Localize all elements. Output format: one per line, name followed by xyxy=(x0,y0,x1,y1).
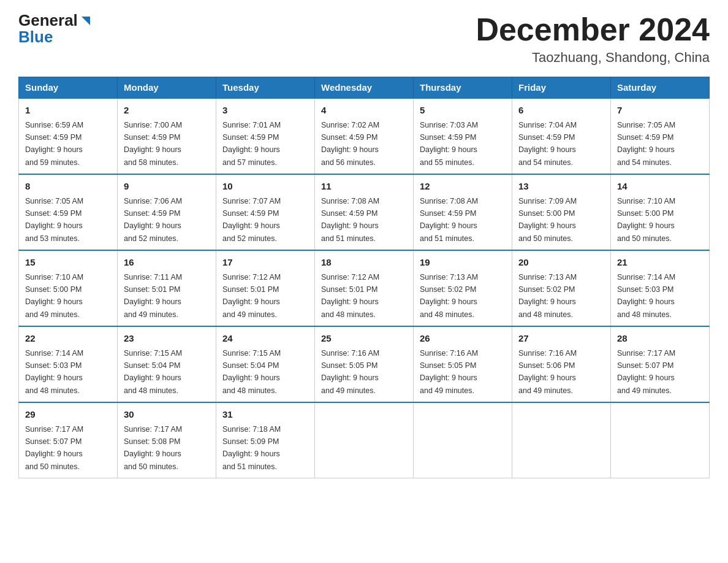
calendar-cell: 30 Sunrise: 7:17 AMSunset: 5:08 PMDaylig… xyxy=(118,402,216,478)
calendar-cell: 31 Sunrise: 7:18 AMSunset: 5:09 PMDaylig… xyxy=(216,402,315,478)
calendar-week-row: 15 Sunrise: 7:10 AMSunset: 5:00 PMDaylig… xyxy=(19,250,710,326)
day-info: Sunrise: 7:05 AMSunset: 4:59 PMDaylight:… xyxy=(25,197,83,243)
day-number: 10 xyxy=(222,180,308,194)
logo-blue: Blue xyxy=(18,28,53,46)
day-number: 30 xyxy=(124,408,210,422)
day-info: Sunrise: 7:14 AMSunset: 5:03 PMDaylight:… xyxy=(25,349,83,395)
calendar-cell: 13 Sunrise: 7:09 AMSunset: 5:00 PMDaylig… xyxy=(512,174,611,250)
day-number: 23 xyxy=(124,332,210,346)
calendar-cell: 10 Sunrise: 7:07 AMSunset: 4:59 PMDaylig… xyxy=(216,174,315,250)
day-header-saturday: Saturday xyxy=(611,77,710,99)
calendar-cell: 27 Sunrise: 7:16 AMSunset: 5:06 PMDaylig… xyxy=(512,326,611,402)
page-header: General Blue December 2024 Taozhuang, Sh… xyxy=(18,12,710,66)
day-info: Sunrise: 7:06 AMSunset: 4:59 PMDaylight:… xyxy=(124,197,182,243)
day-number: 9 xyxy=(124,180,210,194)
day-number: 14 xyxy=(617,180,703,194)
day-info: Sunrise: 7:12 AMSunset: 5:01 PMDaylight:… xyxy=(321,273,379,319)
day-number: 1 xyxy=(25,104,111,118)
calendar-cell: 4 Sunrise: 7:02 AMSunset: 4:59 PMDayligh… xyxy=(315,98,414,174)
day-number: 7 xyxy=(617,104,703,118)
calendar-cell: 24 Sunrise: 7:15 AMSunset: 5:04 PMDaylig… xyxy=(216,326,315,402)
calendar-cell: 12 Sunrise: 7:08 AMSunset: 4:59 PMDaylig… xyxy=(414,174,512,250)
day-info: Sunrise: 7:08 AMSunset: 4:59 PMDaylight:… xyxy=(321,197,379,243)
calendar-cell: 28 Sunrise: 7:17 AMSunset: 5:07 PMDaylig… xyxy=(611,326,710,402)
calendar-cell: 19 Sunrise: 7:13 AMSunset: 5:02 PMDaylig… xyxy=(414,250,512,326)
logo-blue-text: Blue xyxy=(18,29,93,45)
day-number: 8 xyxy=(25,180,111,194)
svg-marker-0 xyxy=(82,17,90,25)
calendar-cell: 8 Sunrise: 7:05 AMSunset: 4:59 PMDayligh… xyxy=(19,174,118,250)
day-number: 28 xyxy=(617,332,703,346)
calendar-cell: 20 Sunrise: 7:13 AMSunset: 5:02 PMDaylig… xyxy=(512,250,611,326)
day-info: Sunrise: 7:10 AMSunset: 5:00 PMDaylight:… xyxy=(617,197,675,243)
calendar-table: SundayMondayTuesdayWednesdayThursdayFrid… xyxy=(18,77,710,478)
day-info: Sunrise: 7:01 AMSunset: 4:59 PMDaylight:… xyxy=(222,121,281,167)
day-header-tuesday: Tuesday xyxy=(216,77,315,99)
day-info: Sunrise: 7:18 AMSunset: 5:09 PMDaylight:… xyxy=(222,425,281,471)
calendar-cell: 21 Sunrise: 7:14 AMSunset: 5:03 PMDaylig… xyxy=(611,250,710,326)
day-number: 3 xyxy=(222,104,308,118)
day-number: 27 xyxy=(518,332,604,346)
day-number: 15 xyxy=(25,256,111,270)
day-number: 16 xyxy=(124,256,210,270)
day-info: Sunrise: 7:09 AMSunset: 5:00 PMDaylight:… xyxy=(518,197,577,243)
day-info: Sunrise: 7:14 AMSunset: 5:03 PMDaylight:… xyxy=(617,273,675,319)
calendar-cell: 11 Sunrise: 7:08 AMSunset: 4:59 PMDaylig… xyxy=(315,174,414,250)
calendar-cell: 15 Sunrise: 7:10 AMSunset: 5:00 PMDaylig… xyxy=(19,250,118,326)
day-info: Sunrise: 6:59 AMSunset: 4:59 PMDaylight:… xyxy=(25,121,83,167)
day-number: 24 xyxy=(222,332,308,346)
day-number: 26 xyxy=(420,332,506,346)
day-info: Sunrise: 7:07 AMSunset: 4:59 PMDaylight:… xyxy=(222,197,281,243)
calendar-cell xyxy=(414,402,512,478)
calendar-week-row: 22 Sunrise: 7:14 AMSunset: 5:03 PMDaylig… xyxy=(19,326,710,402)
day-number: 25 xyxy=(321,332,407,346)
calendar-cell xyxy=(315,402,414,478)
calendar-title: December 2024 xyxy=(476,12,710,47)
day-info: Sunrise: 7:17 AMSunset: 5:07 PMDaylight:… xyxy=(617,349,675,395)
day-number: 17 xyxy=(222,256,308,270)
day-number: 22 xyxy=(25,332,111,346)
calendar-week-row: 29 Sunrise: 7:17 AMSunset: 5:07 PMDaylig… xyxy=(19,402,710,478)
day-number: 6 xyxy=(518,104,604,118)
calendar-cell: 22 Sunrise: 7:14 AMSunset: 5:03 PMDaylig… xyxy=(19,326,118,402)
day-info: Sunrise: 7:12 AMSunset: 5:01 PMDaylight:… xyxy=(222,273,281,319)
day-header-sunday: Sunday xyxy=(19,77,118,99)
day-info: Sunrise: 7:16 AMSunset: 5:05 PMDaylight:… xyxy=(321,349,379,395)
day-number: 5 xyxy=(420,104,506,118)
day-info: Sunrise: 7:15 AMSunset: 5:04 PMDaylight:… xyxy=(124,349,182,395)
calendar-week-row: 8 Sunrise: 7:05 AMSunset: 4:59 PMDayligh… xyxy=(19,174,710,250)
calendar-cell: 23 Sunrise: 7:15 AMSunset: 5:04 PMDaylig… xyxy=(118,326,216,402)
logo-triangle-icon xyxy=(79,14,93,28)
calendar-cell xyxy=(512,402,611,478)
calendar-cell: 5 Sunrise: 7:03 AMSunset: 4:59 PMDayligh… xyxy=(414,98,512,174)
day-number: 12 xyxy=(420,180,506,194)
day-info: Sunrise: 7:05 AMSunset: 4:59 PMDaylight:… xyxy=(617,121,675,167)
day-info: Sunrise: 7:00 AMSunset: 4:59 PMDaylight:… xyxy=(124,121,182,167)
calendar-cell: 9 Sunrise: 7:06 AMSunset: 4:59 PMDayligh… xyxy=(118,174,216,250)
day-info: Sunrise: 7:17 AMSunset: 5:07 PMDaylight:… xyxy=(25,425,83,471)
day-header-monday: Monday xyxy=(118,77,216,99)
day-info: Sunrise: 7:03 AMSunset: 4:59 PMDaylight:… xyxy=(420,121,478,167)
day-info: Sunrise: 7:10 AMSunset: 5:00 PMDaylight:… xyxy=(25,273,83,319)
calendar-cell: 17 Sunrise: 7:12 AMSunset: 5:01 PMDaylig… xyxy=(216,250,315,326)
day-info: Sunrise: 7:17 AMSunset: 5:08 PMDaylight:… xyxy=(124,425,182,471)
calendar-header-row: SundayMondayTuesdayWednesdayThursdayFrid… xyxy=(19,77,710,99)
day-number: 31 xyxy=(222,408,308,422)
calendar-cell: 7 Sunrise: 7:05 AMSunset: 4:59 PMDayligh… xyxy=(611,98,710,174)
day-number: 19 xyxy=(420,256,506,270)
day-number: 13 xyxy=(518,180,604,194)
day-info: Sunrise: 7:16 AMSunset: 5:05 PMDaylight:… xyxy=(420,349,478,395)
day-info: Sunrise: 7:13 AMSunset: 5:02 PMDaylight:… xyxy=(420,273,478,319)
day-number: 11 xyxy=(321,180,407,194)
day-info: Sunrise: 7:13 AMSunset: 5:02 PMDaylight:… xyxy=(518,273,577,319)
calendar-cell xyxy=(611,402,710,478)
day-header-friday: Friday xyxy=(512,77,611,99)
calendar-cell: 2 Sunrise: 7:00 AMSunset: 4:59 PMDayligh… xyxy=(118,98,216,174)
day-number: 18 xyxy=(321,256,407,270)
calendar-cell: 3 Sunrise: 7:01 AMSunset: 4:59 PMDayligh… xyxy=(216,98,315,174)
calendar-subtitle: Taozhuang, Shandong, China xyxy=(476,50,710,66)
calendar-cell: 25 Sunrise: 7:16 AMSunset: 5:05 PMDaylig… xyxy=(315,326,414,402)
calendar-cell: 29 Sunrise: 7:17 AMSunset: 5:07 PMDaylig… xyxy=(19,402,118,478)
day-header-thursday: Thursday xyxy=(414,77,512,99)
calendar-cell: 14 Sunrise: 7:10 AMSunset: 5:00 PMDaylig… xyxy=(611,174,710,250)
